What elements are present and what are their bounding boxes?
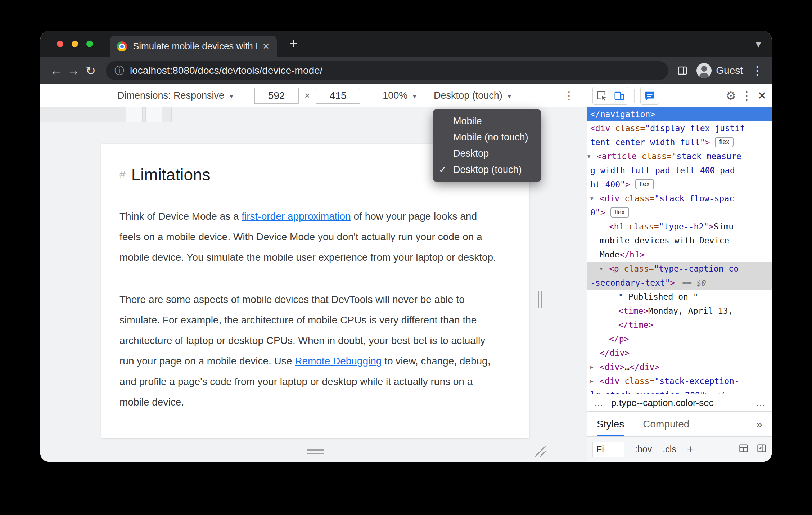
- collapse-arrow-icon[interactable]: ▶: [590, 374, 600, 388]
- dom-tree-row[interactable]: <time>Monday, April 13,: [587, 304, 772, 318]
- dom-tree-row[interactable]: -secondary-text">== $0: [587, 276, 772, 290]
- collapse-arrow-icon[interactable]: ▶: [590, 360, 600, 374]
- dimensions-select[interactable]: Dimensions: Responsive ▼: [117, 90, 234, 101]
- dom-tree-row[interactable]: ▶<div class="stack-exception-: [587, 374, 772, 388]
- element-classes-button[interactable]: .cls: [663, 444, 676, 454]
- dom-tree-row[interactable]: ▼<div class="stack flow-spac: [587, 192, 772, 206]
- viewport-resize-handle-bottom[interactable]: [307, 449, 324, 454]
- code-token: ht-400": [590, 180, 625, 189]
- doc-link[interactable]: first-order approximation: [242, 211, 351, 222]
- dom-tree-row[interactable]: </p>: [587, 332, 772, 346]
- dom-tree-row[interactable]: <h1 class="type--h2">Simu: [587, 220, 772, 234]
- profile-avatar[interactable]: [696, 63, 712, 78]
- inspect-device-group: [592, 87, 628, 105]
- device-menu-item[interactable]: ✓Desktop (touch): [433, 162, 541, 178]
- inspect-element-icon[interactable]: [594, 88, 610, 104]
- page-title: Limitations: [131, 165, 211, 184]
- dom-tree-row[interactable]: lg:stack-exception-700"> </: [587, 388, 772, 394]
- breadcrumb-more-right[interactable]: …: [756, 397, 765, 408]
- sidebar-toggle-icon[interactable]: [757, 443, 767, 456]
- dom-tree-row[interactable]: ht-400">flex: [587, 178, 772, 192]
- flex-badge[interactable]: flex: [635, 179, 654, 189]
- tab-styles[interactable]: Styles: [597, 412, 624, 436]
- expand-arrow-icon[interactable]: ▼: [590, 192, 600, 206]
- dimensions-multiply-label: ×: [304, 90, 310, 101]
- more-tabs-icon[interactable]: »: [756, 418, 762, 430]
- device-menu-item-label: Desktop (touch): [453, 164, 522, 175]
- heading-anchor-link[interactable]: #: [119, 169, 126, 181]
- code-token: <div>: [600, 362, 624, 372]
- dom-tree-row[interactable]: 0">flex: [587, 206, 772, 220]
- code-token: tent-center width-full": [590, 138, 705, 147]
- device-menu-item[interactable]: Desktop: [433, 145, 541, 162]
- new-style-rule-button[interactable]: +: [687, 443, 694, 456]
- dom-tree-row[interactable]: ▼<article class="stack measure: [587, 149, 772, 164]
- dom-tree-row[interactable]: ▼<p class="type--caption co: [587, 262, 772, 276]
- flex-badge[interactable]: flex: [610, 207, 629, 218]
- browser-menu-icon[interactable]: ⋮: [750, 64, 764, 77]
- device-toolbar-menu-icon[interactable]: ⋮: [564, 89, 574, 102]
- console-insights-icon[interactable]: [641, 88, 658, 104]
- code-token: "type--h2": [659, 222, 708, 231]
- dom-tree-row[interactable]: </div>: [587, 346, 772, 360]
- expand-arrow-icon[interactable]: ▼: [600, 262, 609, 276]
- devtools-close-icon[interactable]: ✕: [758, 89, 767, 102]
- viewport-resize-handle-corner[interactable]: [535, 446, 546, 457]
- device-type-value: Desktop (touch): [434, 90, 502, 101]
- dom-tree-row[interactable]: mobile devices with Device: [587, 234, 772, 248]
- tab-search-chevron-icon[interactable]: ▾: [756, 38, 761, 50]
- page-info-icon[interactable]: ⓘ: [114, 64, 124, 77]
- dom-tree-row[interactable]: g width-full pad-left-400 pad: [587, 164, 772, 178]
- breadcrumb-more-left[interactable]: …: [594, 397, 603, 408]
- browser-tab[interactable]: Simulate mobile devices with D ✕: [110, 36, 277, 57]
- device-menu-item[interactable]: Mobile (no touch): [433, 129, 541, 145]
- code-token: </navigation>: [590, 109, 655, 119]
- dom-tree-row[interactable]: </time>: [587, 318, 772, 332]
- back-button[interactable]: ←: [48, 62, 65, 79]
- insights-group: [640, 87, 659, 105]
- device-menu-item[interactable]: Mobile: [433, 113, 541, 129]
- device-toolbar-toggle-icon[interactable]: [611, 88, 627, 104]
- dom-tree-row[interactable]: Mode</h1>: [587, 248, 772, 262]
- profile-name: Guest: [716, 65, 743, 76]
- devtools-menu-icon[interactable]: ⋮: [741, 89, 753, 103]
- side-panel-icon[interactable]: [676, 65, 689, 76]
- code-token: class=: [619, 194, 654, 203]
- code-token: class=: [624, 222, 659, 231]
- devtools-toolbar: ⚙ ⋮ ✕: [587, 84, 772, 107]
- reload-button[interactable]: ↻: [82, 62, 99, 79]
- styles-filter-input[interactable]: Fi: [592, 442, 624, 457]
- code-token: </: [715, 390, 725, 394]
- address-bar[interactable]: ⓘ localhost:8080/docs/devtools/device-mo…: [106, 61, 668, 80]
- viewport-width-input[interactable]: [254, 88, 299, 104]
- tab-close-icon[interactable]: ✕: [262, 41, 270, 52]
- toggle-element-state-button[interactable]: :hov: [635, 444, 652, 454]
- settings-gear-icon[interactable]: ⚙: [726, 89, 736, 103]
- code-token: >: [600, 208, 605, 217]
- zoom-window-button[interactable]: [86, 41, 93, 47]
- styles-toolbar: Fi :hov .cls +: [587, 436, 772, 462]
- layout-pane-icon[interactable]: [739, 443, 749, 456]
- viewport-resize-handle-right[interactable]: [538, 291, 542, 308]
- new-tab-button[interactable]: +: [289, 35, 298, 52]
- expand-arrow-icon[interactable]: ▼: [587, 149, 597, 164]
- devtools-toolbar-right: ⚙ ⋮ ✕: [726, 89, 767, 103]
- viewport-height-input[interactable]: [316, 88, 360, 104]
- dom-tree-row[interactable]: <div class="display-flex justif: [587, 121, 772, 135]
- dom-tree-row[interactable]: tent-center width-full">flex: [587, 135, 772, 149]
- tab-computed[interactable]: Computed: [643, 412, 689, 436]
- code-token: " Published on ": [618, 292, 698, 301]
- device-type-select[interactable]: Desktop (touch) ▼: [434, 90, 512, 101]
- code-token: <p: [609, 264, 619, 273]
- chrome-favicon-icon: [117, 41, 127, 52]
- doc-link[interactable]: Remote Debugging: [295, 355, 382, 367]
- zoom-select[interactable]: 100% ▼: [383, 90, 417, 101]
- close-window-button[interactable]: [57, 41, 63, 47]
- dom-tree-row[interactable]: " Published on ": [587, 290, 772, 304]
- forward-button[interactable]: →: [65, 62, 82, 79]
- minimize-window-button[interactable]: [72, 41, 78, 47]
- dom-tree-row[interactable]: </navigation>: [587, 107, 772, 121]
- flex-badge[interactable]: flex: [715, 137, 734, 147]
- breadcrumb-selected[interactable]: p.type--caption.color-sec: [611, 397, 714, 408]
- dom-tree-row[interactable]: ▶<div>…</div>: [587, 360, 772, 374]
